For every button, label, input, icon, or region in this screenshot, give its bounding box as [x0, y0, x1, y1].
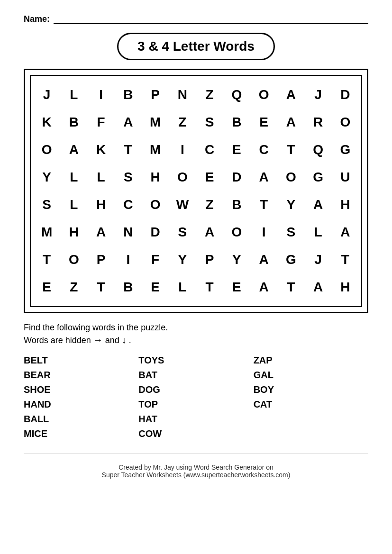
- grid-cell-0-7: Q: [223, 82, 250, 108]
- grid-cell-0-10: J: [305, 82, 331, 108]
- grid-cell-3-0: Y: [34, 164, 60, 191]
- footer-line2: Super Teacher Worksheets (www.superteach…: [24, 471, 368, 479]
- grid-cell-1-11: O: [332, 109, 358, 136]
- grid-cell-1-9: A: [278, 109, 304, 136]
- title-container: 3 & 4 Letter Words: [24, 33, 368, 60]
- grid-cell-4-0: S: [34, 191, 60, 218]
- grid-cell-1-7: B: [223, 109, 250, 136]
- word-item-dog: DOG: [138, 384, 253, 395]
- grid-cell-6-7: Y: [223, 246, 250, 273]
- word-list: BELTBEARSHOEHANDBALLMICE TOYSBATDOGTOPHA…: [24, 355, 368, 439]
- word-item-top: TOP: [138, 399, 253, 410]
- grid-row-5: MHANDSAOISLA: [33, 219, 359, 245]
- grid-cell-2-10: Q: [305, 136, 331, 163]
- grid-cell-6-0: T: [34, 246, 60, 273]
- grid-cell-5-6: A: [196, 219, 223, 245]
- grid-row-0: JLIBPNZQOAJD: [33, 82, 359, 108]
- grid-cell-5-1: H: [61, 219, 87, 245]
- grid-cell-2-2: K: [88, 136, 114, 163]
- word-item-boy: BOY: [254, 384, 368, 395]
- grid-cell-5-5: S: [169, 219, 196, 245]
- grid-row-2: OAKTMICECTQG: [33, 136, 359, 163]
- grid-cell-3-11: U: [332, 164, 358, 191]
- puzzle-outer-border: JLIBPNZQOAJDKBFAMZSBEAROOAKTMICECTQGYLLS…: [24, 69, 368, 313]
- grid-row-4: SLHCOWZBTYAH: [33, 191, 359, 218]
- grid-cell-7-9: T: [278, 274, 304, 300]
- grid-cell-3-5: O: [169, 164, 196, 191]
- grid-cell-7-5: L: [169, 274, 196, 300]
- grid-cell-2-6: C: [196, 136, 223, 163]
- grid-cell-3-1: L: [61, 164, 87, 191]
- grid-cell-7-6: T: [196, 274, 223, 300]
- grid-cell-2-7: E: [223, 136, 250, 163]
- grid-cell-5-0: M: [34, 219, 60, 245]
- instruction-hidden-text: Words are hidden: [24, 336, 93, 345]
- grid-cell-0-9: A: [278, 82, 304, 108]
- grid-cell-7-0: E: [34, 274, 60, 300]
- grid-cell-3-10: G: [305, 164, 331, 191]
- grid-cell-2-1: A: [61, 136, 87, 163]
- grid-cell-4-10: A: [305, 191, 331, 218]
- grid-cell-5-2: A: [88, 219, 114, 245]
- grid-cell-6-10: J: [305, 246, 331, 273]
- grid-cell-5-8: I: [251, 219, 277, 245]
- grid-row-6: TOPIFYPYAGJT: [33, 246, 359, 273]
- grid-cell-4-11: H: [332, 191, 358, 218]
- grid-cell-1-3: A: [115, 109, 141, 136]
- grid-cell-4-9: Y: [278, 191, 304, 218]
- grid-cell-4-2: H: [88, 191, 114, 218]
- grid-cell-5-10: L: [305, 219, 331, 245]
- word-column-1: BELTBEARSHOEHANDBALLMICE: [24, 355, 138, 439]
- grid-cell-4-7: B: [223, 191, 250, 218]
- grid-cell-6-2: P: [88, 246, 114, 273]
- grid-cell-4-1: L: [61, 191, 87, 218]
- arrow-right-icon: →: [93, 335, 103, 345]
- word-item-bat: BAT: [138, 370, 253, 381]
- footer-line1: Created by Mr. Jay using Word Search Gen…: [24, 463, 368, 471]
- word-search-grid: JLIBPNZQOAJDKBFAMZSBEAROOAKTMICECTQGYLLS…: [30, 75, 362, 307]
- name-underline: [54, 15, 368, 24]
- grid-cell-5-11: A: [332, 219, 358, 245]
- word-column-2: TOYSBATDOGTOPHATCOW: [138, 355, 253, 439]
- instruction-and-text: and: [103, 336, 122, 345]
- grid-cell-1-6: S: [196, 109, 223, 136]
- grid-cell-1-1: B: [61, 109, 87, 136]
- grid-cell-0-6: Z: [196, 82, 223, 108]
- grid-cell-7-8: A: [251, 274, 277, 300]
- grid-cell-1-4: M: [142, 109, 169, 136]
- grid-cell-2-4: M: [142, 136, 169, 163]
- grid-cell-3-7: D: [223, 164, 250, 191]
- grid-row-1: KBFAMZSBEARO: [33, 109, 359, 136]
- word-column-3: ZAPGALBOYCAT: [254, 355, 368, 439]
- grid-cell-6-4: F: [142, 246, 169, 273]
- grid-cell-2-9: T: [278, 136, 304, 163]
- grid-cell-4-5: W: [169, 191, 196, 218]
- grid-cell-7-4: E: [142, 274, 169, 300]
- grid-cell-6-6: P: [196, 246, 223, 273]
- grid-cell-0-1: L: [61, 82, 87, 108]
- arrow-down-icon: ↓: [122, 335, 127, 345]
- word-item-toys: TOYS: [138, 355, 253, 366]
- footer: Created by Mr. Jay using Word Search Gen…: [24, 454, 368, 479]
- grid-cell-5-4: D: [142, 219, 169, 245]
- instruction-period: .: [127, 336, 131, 345]
- grid-cell-1-8: E: [251, 109, 277, 136]
- grid-cell-3-3: S: [115, 164, 141, 191]
- grid-cell-7-7: E: [223, 274, 250, 300]
- grid-cell-4-3: C: [115, 191, 141, 218]
- grid-cell-6-3: I: [115, 246, 141, 273]
- grid-cell-0-3: B: [115, 82, 141, 108]
- grid-cell-7-11: H: [332, 274, 358, 300]
- grid-cell-0-0: J: [34, 82, 60, 108]
- grid-cell-7-10: A: [305, 274, 331, 300]
- grid-cell-6-5: Y: [169, 246, 196, 273]
- name-line: Name:: [24, 14, 368, 24]
- grid-cell-3-4: H: [142, 164, 169, 191]
- instruction-line2: Words are hidden → and ↓ .: [24, 335, 368, 345]
- grid-cell-7-3: B: [115, 274, 141, 300]
- grid-cell-4-4: O: [142, 191, 169, 218]
- grid-cell-6-1: O: [61, 246, 87, 273]
- name-label: Name:: [24, 14, 50, 24]
- grid-cell-0-2: I: [88, 82, 114, 108]
- grid-cell-1-5: Z: [169, 109, 196, 136]
